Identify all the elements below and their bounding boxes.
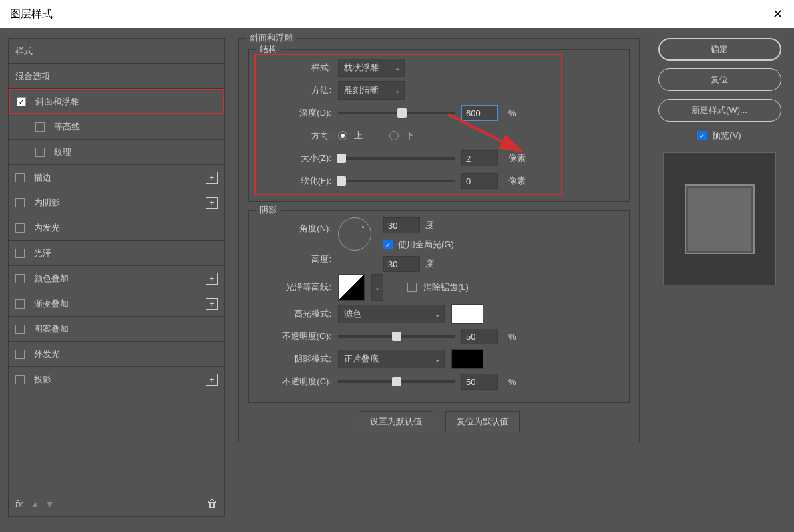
checkbox-icon[interactable] — [15, 173, 25, 182]
main-panel: 斜面和浮雕 结构 样式: 枕状浮雕 ⌄ 方法: 雕刻清晰 — [238, 38, 640, 522]
altitude-label: 高度: — [258, 253, 331, 265]
depth-slider[interactable] — [338, 112, 455, 114]
sidebar-item-inner-glow[interactable]: 内发光 — [9, 215, 224, 241]
highlight-opacity-input[interactable] — [461, 329, 498, 344]
sidebar-item-texture[interactable]: 纹理 — [9, 140, 224, 165]
new-style-button[interactable]: 新建样式(W)... — [658, 99, 781, 122]
checkbox-icon[interactable] — [15, 299, 25, 309]
shadow-mode-label: 阴影模式: — [258, 353, 331, 365]
gloss-label: 光泽等高线: — [258, 281, 331, 293]
chevron-down-icon: ⌄ — [395, 65, 400, 72]
titlebar: 图层样式 ✕ — [0, 0, 794, 28]
global-light-checkbox[interactable]: ✓ — [383, 240, 393, 249]
structure-legend: 结构 — [256, 43, 281, 55]
altitude-input[interactable] — [383, 256, 420, 272]
highlight-opacity-label: 不透明度(O): — [258, 331, 331, 342]
sidebar-item-outer-glow[interactable]: 外发光 — [9, 342, 224, 367]
preview-box — [663, 152, 776, 285]
depth-input[interactable] — [461, 105, 498, 121]
sidebar-item-color-overlay[interactable]: 颜色叠加 + — [9, 266, 224, 291]
chevron-down-icon: ⌄ — [435, 356, 440, 363]
checkbox-icon[interactable] — [15, 198, 25, 207]
shadow-color-swatch[interactable] — [451, 349, 483, 369]
shading-legend: 阴影 — [256, 204, 281, 216]
checkbox-icon[interactable] — [15, 375, 25, 384]
reset-default-button[interactable]: 复位为默认值 — [445, 411, 520, 432]
direction-down-radio[interactable] — [389, 131, 399, 140]
sidebar-item-inner-shadow[interactable]: 内阴影 + — [9, 190, 224, 215]
shadow-opacity-input[interactable] — [461, 374, 498, 390]
gloss-contour-dropdown[interactable]: ⌄ — [371, 274, 383, 301]
size-slider[interactable] — [338, 157, 455, 160]
add-icon[interactable]: + — [206, 172, 218, 184]
sidebar-header-blend[interactable]: 混合选项 — [9, 64, 224, 89]
size-label: 大小(Z): — [258, 152, 331, 164]
sidebar-item-gradient-overlay[interactable]: 渐变叠加 + — [9, 291, 224, 317]
add-icon[interactable]: + — [206, 298, 218, 310]
angle-input[interactable] — [383, 217, 420, 233]
soften-label: 软化(F): — [258, 175, 331, 187]
angle-control[interactable] — [338, 217, 371, 251]
fx-icon[interactable]: fx — [15, 499, 23, 509]
shadow-mode-select[interactable]: 正片叠底 ⌄ — [338, 350, 445, 368]
arrow-down-icon[interactable]: ▼ — [45, 499, 55, 509]
highlight-mode-select[interactable]: 滤色 ⌄ — [338, 305, 445, 323]
reset-button[interactable]: 复位 — [658, 68, 781, 91]
checkbox-icon[interactable] — [15, 325, 25, 334]
method-select[interactable]: 雕刻清晰 ⌄ — [338, 81, 405, 100]
depth-label: 深度(D): — [258, 107, 331, 119]
highlight-opacity-slider[interactable] — [338, 335, 455, 338]
chevron-down-icon: ⌄ — [395, 87, 400, 94]
sidebar-header-styles[interactable]: 样式 — [9, 39, 224, 64]
sidebar-item-satin[interactable]: 光泽 — [9, 241, 224, 266]
sidebar-item-contour[interactable]: 等高线 — [9, 114, 224, 140]
soften-slider[interactable] — [338, 180, 455, 182]
checkbox-icon[interactable] — [35, 148, 45, 157]
shading-group: 阴影 角度(N): 高度: 度 — [248, 210, 630, 403]
set-default-button[interactable]: 设置为默认值 — [359, 411, 433, 432]
direction-label: 方向: — [258, 130, 331, 142]
shadow-opacity-slider[interactable] — [338, 380, 455, 383]
direction-up-radio[interactable] — [338, 131, 347, 140]
panel-title: 斜面和浮雕 — [246, 32, 297, 44]
add-icon[interactable]: + — [206, 197, 218, 209]
preview-checkbox[interactable]: ✓ — [697, 131, 707, 140]
add-icon[interactable]: + — [206, 273, 218, 285]
window-title: 图层样式 — [10, 7, 53, 21]
checkbox-icon[interactable] — [15, 249, 25, 258]
checkbox-icon[interactable] — [15, 274, 25, 283]
bevel-panel: 斜面和浮雕 结构 样式: 枕状浮雕 ⌄ 方法: 雕刻清晰 — [238, 38, 640, 442]
arrow-up-icon[interactable]: ▲ — [31, 499, 40, 509]
checkbox-icon[interactable] — [15, 350, 25, 359]
highlight-mode-label: 高光模式: — [258, 308, 331, 320]
sidebar-footer: fx ▲ ▼ 🗑 — [9, 491, 224, 516]
style-label: 样式: — [258, 62, 331, 74]
styles-sidebar: 样式 混合选项 ✓ 斜面和浮雕 等高线 纹理 描边 + — [8, 38, 225, 517]
size-input[interactable] — [461, 150, 498, 166]
highlight-color-swatch[interactable] — [451, 304, 483, 324]
angle-label: 角度(N): — [258, 223, 331, 235]
sidebar-item-stroke[interactable]: 描边 + — [9, 165, 224, 190]
shadow-opacity-label: 不透明度(C): — [258, 376, 331, 388]
preview-label: 预览(V) — [712, 130, 741, 142]
sidebar-item-drop-shadow[interactable]: 投影 + — [9, 367, 224, 392]
chevron-down-icon: ⌄ — [435, 311, 440, 318]
right-panel: 确定 复位 新建样式(W)... ✓ 预览(V) — [653, 38, 786, 522]
close-icon[interactable]: ✕ — [761, 0, 794, 28]
add-icon[interactable]: + — [206, 374, 218, 386]
antialias-checkbox[interactable] — [407, 283, 417, 292]
gloss-contour-swatch[interactable] — [338, 274, 365, 301]
structure-group: 结构 样式: 枕状浮雕 ⌄ 方法: 雕刻清晰 ⌄ — [248, 49, 630, 202]
trash-icon[interactable]: 🗑 — [207, 498, 218, 510]
style-select[interactable]: 枕状浮雕 ⌄ — [338, 59, 405, 77]
ok-button[interactable]: 确定 — [658, 38, 781, 61]
sidebar-item-bevel[interactable]: ✓ 斜面和浮雕 — [9, 89, 224, 114]
preview-swatch — [685, 184, 755, 254]
checkbox-icon[interactable] — [15, 223, 25, 233]
sidebar-item-pattern-overlay[interactable]: 图案叠加 — [9, 317, 224, 342]
soften-input[interactable] — [461, 173, 498, 189]
checkbox-icon[interactable]: ✓ — [17, 97, 26, 106]
checkbox-icon[interactable] — [35, 122, 45, 132]
method-label: 方法: — [258, 84, 331, 96]
